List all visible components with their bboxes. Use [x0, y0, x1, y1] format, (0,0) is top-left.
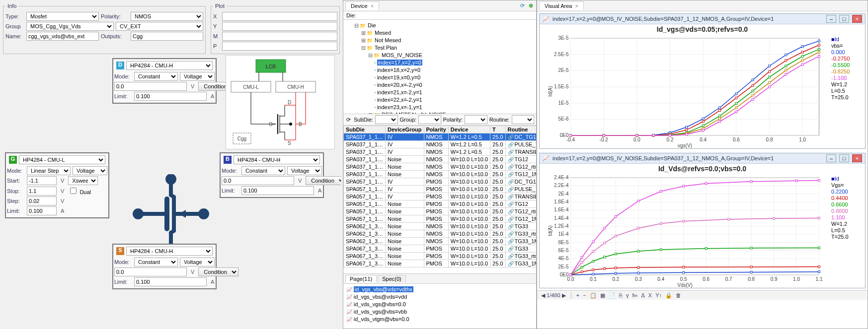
table-row[interactable]: SPA037_1_1…IVNMOSW=1.2 L=0.525.0TRANSIE… [344, 148, 537, 156]
toolbar-button[interactable]: f∞ [631, 292, 638, 298]
outputs-input[interactable] [131, 32, 203, 41]
plot-y-input[interactable] [222, 22, 337, 31]
toolbar-button[interactable]: Y↑ [654, 292, 663, 298]
d-value-input[interactable] [114, 82, 187, 91]
toolbar-button[interactable]: 📋 [589, 292, 598, 298]
table-row[interactable]: SPA067_1_3…NoisePMOSW=10.0 L=10.025.0TG3… [344, 245, 537, 253]
table-row[interactable]: SPA067_1_3…NoisePMOSW=10.0 L=10.025.0TG3… [344, 260, 537, 267]
table-row[interactable]: SPA037_1_1…NoiseNMOSW=10.0 L=10.025.0TG1… [344, 163, 537, 171]
s-limit-input[interactable] [134, 277, 207, 286]
plot-p-input[interactable] [222, 42, 337, 51]
table-row[interactable]: SPA062_1_3…NoiseNMOSW=10.0 L=10.025.0TG3… [344, 230, 537, 238]
b-value-input[interactable] [222, 176, 294, 185]
g-start-input[interactable] [27, 176, 57, 185]
b-mode-select[interactable]: Constant [241, 166, 285, 175]
plot-m-input[interactable] [222, 32, 337, 41]
toolbar-button[interactable]: 🗑 [675, 292, 682, 298]
toolbar-button[interactable]: + [575, 292, 580, 298]
table-row[interactable]: SPA037_1_1…NoiseNMOSW=10.0 L=10.025.0TG1… [344, 171, 537, 178]
page-item[interactable]: id_vgs_vbs@vds=vdthx [346, 286, 533, 293]
filter-group-select[interactable] [418, 115, 441, 124]
g-sweep-select[interactable]: Xsweep [68, 176, 98, 185]
maximize-button[interactable]: □ [839, 154, 849, 162]
plot-x-input[interactable] [222, 12, 337, 21]
grid-header[interactable]: Polarity [424, 126, 448, 133]
grid-header[interactable]: SubDie [344, 126, 386, 133]
toolbar-button[interactable]: ▦ [599, 292, 606, 298]
minimize-button[interactable]: – [826, 154, 836, 162]
chart1-plot[interactable]: -0.4-0.20.00.20.40.60.81.00E05E-61E-51.5… [540, 34, 830, 148]
close-icon[interactable]: × [575, 3, 578, 9]
s-value-input[interactable] [114, 267, 187, 276]
terminal-b-device-select[interactable]: HP4284 - CMU-H [234, 155, 320, 164]
grid-header[interactable]: Routine [505, 126, 536, 133]
toolbar-button[interactable]: γ [625, 292, 630, 298]
terminal-s-device-select[interactable]: HP4284 - CMU-H [126, 247, 213, 256]
toolbar-button[interactable]: X [647, 292, 653, 298]
type-select[interactable]: Mosfet [26, 12, 99, 21]
toolbar-button[interactable]: 🔒 [664, 292, 673, 298]
add-icon[interactable]: ⊕ [528, 2, 534, 9]
table-row[interactable]: SPA062_1_3…NoiseNMOSW=10.0 L=10.025.0TG3… [344, 223, 537, 230]
close-icon[interactable]: × [371, 3, 374, 9]
polarity-select[interactable]: NMOS [131, 12, 203, 21]
filter-polarity-select[interactable] [465, 115, 487, 124]
table-row[interactable]: SPA057_1_1…IVPMOSW=10.0 L=10.025.0TRANSI… [344, 193, 537, 200]
nav-pager[interactable]: ◀ 1/480 ▶ [540, 292, 567, 299]
filter-routine-select[interactable] [512, 115, 534, 124]
grid-header[interactable]: DeviceGroup [386, 126, 424, 133]
chart2-plot[interactable]: 0.00.10.20.30.40.50.60.70.80.91.01.10E02… [540, 174, 830, 288]
group-select[interactable]: MOS_Cgg_Vgs_Vds [26, 22, 114, 31]
tree-node[interactable]: ⊟ Test Plan [346, 44, 533, 52]
page-item[interactable]: id_vds_vgs@vbs=vbb [346, 308, 533, 316]
close-button[interactable]: × [852, 15, 862, 23]
s-measure-select[interactable]: Voltage [180, 258, 215, 266]
table-row[interactable]: SPA057_1_1…NoisePMOSW=10.0 L=10.025.0TG1… [344, 215, 537, 223]
device-grid[interactable]: SubDieDeviceGroupPolarityDeviceTRoutineQ… [343, 126, 536, 274]
toolbar-button[interactable]: 📄 [608, 292, 617, 298]
tree-node[interactable]: index=17,x=2,y=0 [346, 59, 533, 66]
b-condition-select[interactable]: Condition [306, 176, 341, 185]
b-limit-input[interactable] [241, 186, 314, 195]
table-row[interactable]: SPA062_1_3…NoiseNMOSW=10.0 L=10.025.0TG3… [344, 238, 537, 245]
table-row[interactable]: SPA057_1_1…IVPMOSW=10.0 L=10.025.0PULSE_… [344, 186, 537, 193]
device-tab[interactable]: Device× [345, 1, 379, 10]
filter-refresh-icon[interactable]: ⟳ [345, 117, 352, 123]
page-item[interactable]: id_vds_vgs@vbs=0.0 [346, 301, 533, 308]
table-row[interactable]: SPA037_1_1…NoiseNMOSW=10.0 L=10.025.0TG1… [344, 156, 537, 163]
g-measure-select[interactable]: Voltage [73, 166, 107, 175]
g-stop-input[interactable] [27, 187, 57, 196]
table-row[interactable]: SPA067_1_3…NoisePMOSW=10.0 L=10.025.0TG3… [344, 253, 537, 260]
toolbar-button[interactable]: ⎘ [618, 292, 624, 298]
g-mode-select[interactable]: Linear Step [27, 166, 71, 175]
table-row[interactable]: SPA057_1_1…IVPMOSW=10.0 L=10.025.0DC_TG1… [344, 178, 537, 186]
group2-select[interactable]: CV_EXT [116, 22, 203, 31]
toolbar-button[interactable]: Δ [640, 292, 645, 298]
tree-node[interactable]: index=18,x=2,y=0 [346, 66, 533, 74]
d-mode-select[interactable]: Constant [134, 72, 178, 81]
spec-tab[interactable]: Spec(0) [378, 275, 406, 282]
g-step-input[interactable] [27, 197, 57, 205]
tree-node[interactable]: index=19,x=0,y=0 [346, 74, 533, 81]
b-measure-select[interactable]: Voltage [287, 166, 322, 175]
grid-header[interactable]: Device [448, 126, 490, 133]
tree-node[interactable]: ⊟ MOS_IV_NOISE [346, 52, 533, 59]
page-tab[interactable]: Page(11) [345, 275, 377, 282]
terminal-d-device-select[interactable]: HP4284 - CMU-H [126, 61, 213, 70]
visual-area-tab[interactable]: Visual Area× [539, 1, 584, 10]
tree-node[interactable]: index=21,x=-2,y=1 [346, 89, 533, 96]
table-row[interactable]: SPA037_1_1…IVNMOSW=1.2 L=0.525.0PULSE_TG… [344, 141, 537, 148]
grid-header[interactable]: T [490, 126, 505, 133]
page-list[interactable]: id_vgs_vbs@vds=vdthxid_vgs_vbs@vds=vddid… [343, 284, 536, 329]
d-measure-select[interactable]: Voltage [180, 72, 215, 81]
tree-node[interactable]: ⊞ Mesed [346, 29, 533, 37]
maximize-button[interactable]: □ [839, 15, 849, 23]
minimize-button[interactable]: – [826, 15, 836, 23]
d-limit-input[interactable] [134, 92, 207, 101]
name-input[interactable] [26, 32, 99, 41]
tree-node[interactable]: ⊞ Not Mesed [346, 37, 533, 44]
device-tree[interactable]: ⊟ Die⊞ Mesed⊞ Not Mesed⊟ Test Plan⊟ MOS_… [343, 20, 536, 114]
page-item[interactable]: id_vgs_vbs@vds=vdd [346, 293, 533, 301]
toolbar-button[interactable]: − [582, 292, 587, 298]
g-dual-checkbox[interactable]: Dual [68, 186, 91, 196]
